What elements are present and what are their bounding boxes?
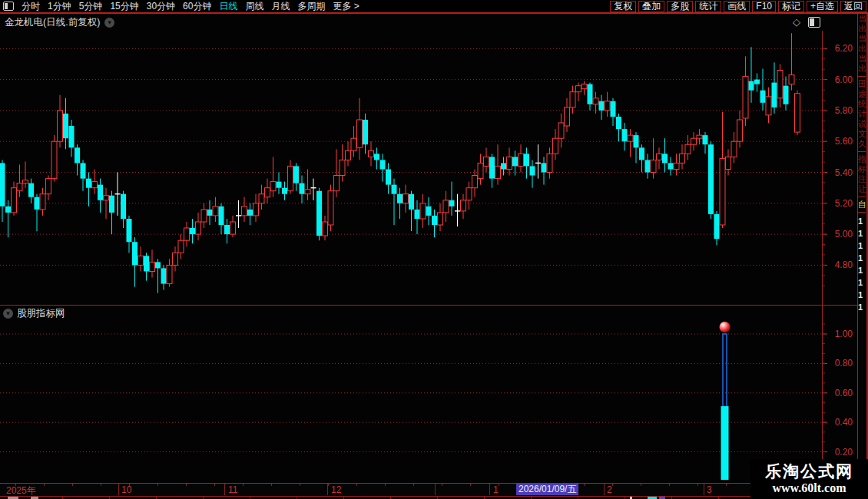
period-tab-4[interactable]: 15分钟 bbox=[110, 0, 138, 12]
candle bbox=[270, 157, 276, 197]
axis-tick bbox=[584, 484, 585, 486]
split-panel-icon[interactable] bbox=[808, 17, 820, 28]
price-axis-label: 5.00 bbox=[823, 229, 853, 240]
candle bbox=[685, 135, 691, 160]
axis-tick bbox=[243, 484, 244, 486]
indicator-title: 股朋指标网 bbox=[17, 307, 65, 320]
candle bbox=[512, 150, 518, 175]
axis-tick bbox=[72, 484, 73, 486]
strip-clipped-char: 指 bbox=[858, 154, 866, 164]
strip-number: 1 bbox=[858, 240, 866, 252]
candle bbox=[588, 83, 593, 111]
chevron-down-icon[interactable]: ▼ bbox=[104, 18, 114, 28]
period-tab-9[interactable]: 月线 bbox=[271, 0, 290, 12]
candle bbox=[328, 185, 333, 232]
period-tab-2[interactable]: 1分钟 bbox=[48, 0, 71, 12]
indicator-axis-label: 0.20 bbox=[823, 447, 853, 458]
strip-number: 1 bbox=[858, 227, 866, 240]
indicator-axis-label: 1.00 bbox=[823, 329, 853, 339]
period-tab-6[interactable]: 60分钟 bbox=[183, 0, 211, 12]
month-separator bbox=[704, 484, 704, 495]
strip-number: 1 bbox=[858, 289, 866, 301]
candlestick-chart bbox=[0, 31, 857, 306]
candle bbox=[518, 144, 524, 172]
candle bbox=[167, 259, 172, 286]
toolbar-button-5[interactable]: 画线 bbox=[724, 1, 750, 12]
axis-tick bbox=[186, 484, 187, 486]
candle bbox=[75, 144, 80, 175]
candle bbox=[357, 98, 363, 160]
candle bbox=[622, 123, 628, 150]
watermark-url: www.60lt.com bbox=[773, 481, 846, 496]
axis-tick bbox=[300, 484, 300, 486]
candle bbox=[737, 111, 743, 147]
candle bbox=[708, 141, 714, 219]
right-sidebar-strip[interactable]: 当出当出当出田途统计说文久指标注让自11111111 bbox=[858, 14, 866, 461]
axis-tick bbox=[499, 484, 499, 486]
candle bbox=[51, 135, 57, 182]
candle bbox=[576, 83, 581, 101]
candle bbox=[173, 246, 178, 271]
toolbar-button-2[interactable]: 叠加 bbox=[638, 1, 664, 12]
period-tab-11[interactable]: 更多 ˃ bbox=[333, 0, 359, 12]
diamond-marker-icon[interactable]: ◇ bbox=[793, 16, 800, 28]
month-separator bbox=[489, 484, 490, 495]
strip-clipped-char: 标 bbox=[858, 164, 866, 174]
strip-number: 1 bbox=[858, 252, 866, 264]
candle bbox=[5, 200, 11, 237]
indicator-header: ▼ 股朋指标网 bbox=[3, 307, 65, 320]
toolbar-button-3[interactable]: 多股 bbox=[667, 1, 693, 12]
strip-clipped-char: 当 bbox=[858, 34, 866, 44]
time-axis[interactable]: 2025年1011121232026/01/09/五 bbox=[0, 483, 868, 497]
candle bbox=[219, 203, 224, 234]
candle bbox=[17, 164, 22, 197]
candle bbox=[144, 253, 149, 280]
price-axis-label: 5.80 bbox=[823, 105, 853, 116]
strip-clipped-char: 计 bbox=[858, 109, 866, 119]
watermark-site-name: 乐淘公式网 bbox=[765, 462, 853, 481]
period-tab-8[interactable]: 周线 bbox=[245, 0, 263, 12]
candle bbox=[731, 132, 737, 163]
candle bbox=[558, 114, 564, 147]
period-tab-10[interactable]: 多周期 bbox=[297, 0, 325, 12]
period-tab-1[interactable]: 分时 bbox=[22, 0, 40, 12]
toolbar-buttons: 复权叠加多股统计画线F10标记+自选返回 bbox=[610, 1, 868, 12]
candle bbox=[305, 170, 310, 200]
candle bbox=[213, 197, 218, 222]
period-tab-3[interactable]: 5分钟 bbox=[79, 0, 103, 12]
candle bbox=[392, 179, 397, 225]
time-axis-label: 1 bbox=[493, 484, 499, 495]
toolbar-button-6[interactable]: F10 bbox=[752, 1, 776, 12]
price-axis-label: 5.20 bbox=[823, 198, 853, 209]
strip-clipped-char: 出 bbox=[858, 64, 866, 74]
candle bbox=[127, 216, 132, 253]
candle bbox=[23, 161, 28, 187]
month-separator bbox=[224, 484, 225, 495]
period-tab-5[interactable]: 30分钟 bbox=[147, 0, 175, 12]
candle bbox=[242, 197, 247, 222]
time-axis-label: 11 bbox=[228, 484, 237, 495]
toolbar-button-4[interactable]: 统计 bbox=[695, 1, 721, 12]
toolbar-button-7[interactable]: 标记 bbox=[778, 1, 804, 12]
candle bbox=[224, 219, 230, 243]
candle bbox=[628, 129, 633, 157]
candle bbox=[98, 179, 103, 213]
candle bbox=[680, 144, 685, 169]
strip-clipped-char: 久 bbox=[858, 139, 866, 149]
candle bbox=[58, 95, 63, 148]
chevron-down-icon[interactable]: ▼ bbox=[3, 309, 13, 319]
axis-tick bbox=[669, 484, 670, 486]
toolbar-button-9[interactable]: 返回 bbox=[840, 1, 866, 12]
candle bbox=[380, 154, 386, 181]
layout-panel-icon[interactable] bbox=[3, 2, 14, 11]
candle bbox=[547, 147, 552, 178]
candle bbox=[92, 170, 98, 194]
period-tab-7[interactable]: 日线 bbox=[219, 0, 237, 12]
strip-separator bbox=[858, 76, 866, 77]
candle bbox=[282, 182, 287, 200]
toolbar-button-8[interactable]: +自选 bbox=[807, 1, 838, 12]
month-separator bbox=[435, 484, 436, 495]
candle bbox=[351, 126, 356, 157]
candle bbox=[12, 182, 17, 216]
toolbar-button-1[interactable]: 复权 bbox=[610, 1, 636, 12]
